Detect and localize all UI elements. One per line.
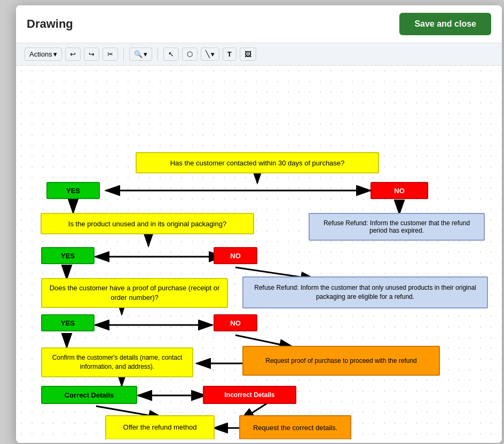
text-icon: T — [227, 50, 232, 58]
zoom-chevron: ▾ — [144, 50, 147, 58]
node-offer-refund: Offer the refund method — [105, 415, 215, 439]
toolbar-separator-1 — [123, 48, 124, 61]
canvas-area[interactable]: Has the customer contacted within 30 day… — [16, 66, 502, 439]
node-refuse2: Refuse Refund: Inform the customer that … — [242, 276, 488, 308]
node-request-proof: Request proof of purchase to proceed wit… — [242, 346, 440, 376]
node-request-correct: Request the correct details. — [239, 415, 351, 439]
node-no2: NO — [214, 247, 257, 264]
undo-button[interactable]: ↩ — [65, 47, 81, 61]
image-button[interactable]: 🖼 — [240, 47, 256, 61]
actions-button[interactable]: Actions ▾ — [25, 47, 62, 61]
actions-chevron: ▾ — [53, 50, 57, 58]
toolbar-separator-2 — [158, 48, 158, 61]
redo-button[interactable]: ↪ — [84, 47, 99, 61]
node-no3: NO — [214, 314, 257, 331]
line-chevron: ▾ — [211, 50, 215, 58]
modal-title: Drawing — [27, 17, 73, 31]
modal: Drawing Save and close Actions ▾ ↩ ↪ ✂ 🔍… — [16, 5, 502, 443]
modal-header: Drawing Save and close — [16, 5, 502, 43]
select-icon: ↖ — [168, 50, 174, 58]
undo-icon: ↩ — [70, 50, 76, 58]
node-yes2: YES — [41, 247, 94, 264]
line-icon: ╲ — [206, 50, 210, 58]
text-button[interactable]: T — [223, 47, 237, 61]
node-start: Has the customer contacted within 30 day… — [136, 152, 379, 173]
cut-icon: ✂ — [107, 50, 113, 58]
node-confirm: Confirm the customer's details (name, co… — [41, 347, 193, 377]
node-refuse1: Refuse Refund: Inform the customer that … — [309, 213, 485, 241]
toolbar: Actions ▾ ↩ ↪ ✂ 🔍 ▾ ↖ ⬡ ╲ ▾ T — [16, 43, 502, 66]
save-close-button[interactable]: Save and close — [399, 13, 491, 35]
node-no1: NO — [371, 182, 428, 199]
redo-icon: ↪ — [89, 50, 94, 58]
node-yes3: YES — [41, 314, 94, 331]
node-question3: Does the customer have a proof of purcha… — [41, 278, 228, 308]
zoom-button[interactable]: 🔍 ▾ — [129, 47, 152, 61]
node-correct: Correct Details — [41, 386, 137, 404]
node-incorrect: Incorrect Details — [203, 386, 296, 404]
shapes-icon: ⬡ — [187, 50, 193, 58]
actions-label: Actions — [29, 50, 52, 58]
node-yes1: YES — [46, 182, 100, 199]
shapes-button[interactable]: ⬡ — [182, 47, 198, 61]
cut-button[interactable]: ✂ — [103, 47, 118, 61]
line-button[interactable]: ╲ ▾ — [201, 47, 219, 61]
zoom-icon: 🔍 — [134, 50, 143, 58]
select-button[interactable]: ↖ — [163, 47, 179, 61]
image-icon: 🖼 — [245, 50, 251, 58]
node-question2: Is the product unused and in its origina… — [41, 213, 254, 234]
